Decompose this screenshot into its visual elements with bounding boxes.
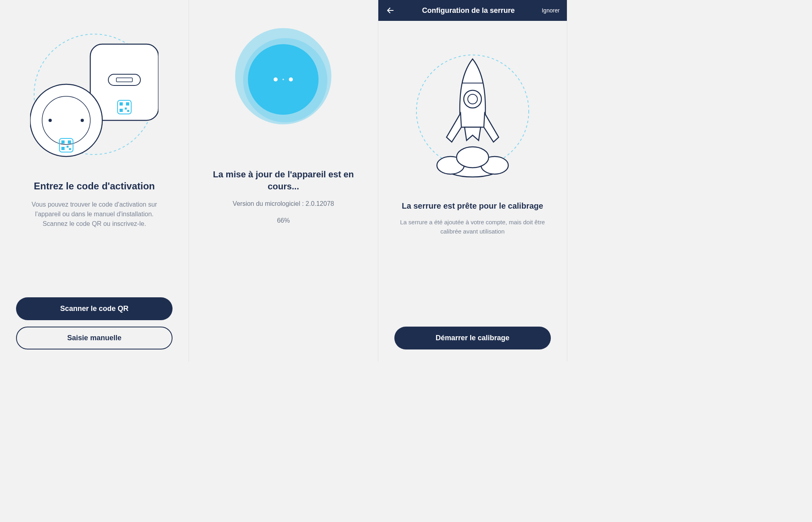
svg-rect-7 (120, 109, 123, 112)
update-progress: 66% (189, 217, 378, 224)
skip-button[interactable]: Ignorer (542, 7, 559, 14)
activation-description: Vous pouvez trouver le code d'activation… (16, 200, 173, 229)
header-title: Configuration de la serrure (400, 6, 537, 15)
svg-rect-17 (61, 147, 65, 150)
svg-point-25 (464, 90, 481, 108)
firmware-version-text: Version du micrologiciel : 2.0.12078 (189, 200, 378, 207)
scan-qr-button[interactable]: Scanner le code QR (16, 297, 173, 320)
back-button[interactable] (386, 6, 395, 15)
svg-point-13 (81, 119, 84, 122)
device-qr-illustration (16, 28, 173, 160)
svg-rect-16 (68, 140, 71, 144)
arrow-left-icon (386, 6, 395, 15)
firmware-update-screen: La mise à jour de l'appareil est en cour… (189, 0, 378, 362)
svg-point-10 (30, 84, 102, 156)
activation-title: Entrez le code d'activation (16, 181, 173, 192)
activation-code-screen: Entrez le code d'activation Vous pouvez … (0, 0, 189, 362)
svg-rect-9 (127, 110, 129, 112)
svg-rect-8 (125, 108, 127, 110)
calibration-screen: Configuration de la serrure Ignorer (378, 0, 567, 362)
device-illustration-icon (30, 28, 158, 160)
svg-rect-15 (61, 140, 65, 144)
svg-rect-5 (120, 102, 123, 106)
calibration-title: La serrure est prête pour le calibrage (394, 201, 551, 211)
rocket-icon (412, 37, 533, 185)
svg-point-24 (457, 147, 489, 168)
start-calibration-button[interactable]: Démarrer le calibrage (394, 327, 551, 349)
lock-setup-header: Configuration de la serrure Ignorer (378, 0, 567, 21)
svg-point-12 (49, 119, 52, 122)
rocket-illustration (394, 37, 551, 185)
svg-rect-19 (69, 148, 71, 150)
update-title: La mise à jour de l'appareil est en cour… (189, 169, 378, 192)
loading-animation (189, 16, 378, 144)
svg-rect-18 (67, 146, 69, 148)
svg-rect-6 (126, 102, 129, 106)
calibration-description: La serrure a été ajoutée à votre compte,… (394, 218, 551, 236)
manual-entry-button[interactable]: Saisie manuelle (16, 327, 173, 349)
